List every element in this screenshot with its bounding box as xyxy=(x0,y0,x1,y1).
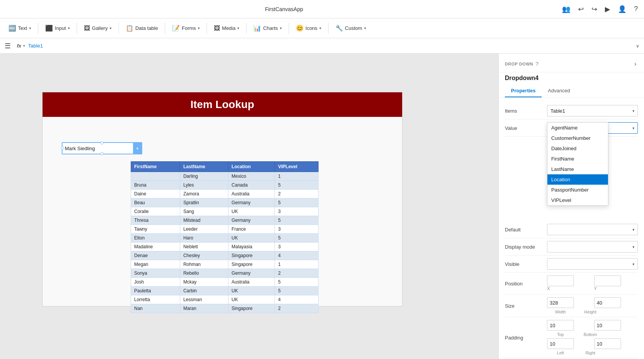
table-cell: Beau xyxy=(131,198,180,207)
fx-caret: ▾ xyxy=(23,43,25,48)
table-cell: Germany xyxy=(228,198,275,207)
padding-left-input[interactable] xyxy=(547,338,574,349)
table-cell: Maran xyxy=(180,304,228,313)
size-height-label: Height xyxy=(577,310,604,314)
prop-row-visible: Visible ▾ xyxy=(505,256,638,273)
prop-row-position: Position X Y xyxy=(505,273,638,295)
app-title: FirstCanvasApp xyxy=(265,6,303,12)
table-header-row: FirstName LastName Location VIPLevel xyxy=(131,162,319,172)
dd-option-firstname[interactable]: FirstName xyxy=(547,154,608,164)
dropdown-control[interactable]: Mark Siedling ▾ xyxy=(62,142,142,154)
padding-right-label: Right xyxy=(577,351,604,355)
forms-icon: 📝 xyxy=(172,25,180,32)
padding-right-input[interactable] xyxy=(594,338,621,349)
toolbar-item-forms[interactable]: 📝 Forms ▾ xyxy=(168,22,204,34)
toolbar-label-forms: Forms xyxy=(182,25,196,31)
panel-help-icon[interactable]: ? xyxy=(536,61,539,67)
value-dropdown-chevron: ▾ xyxy=(632,126,634,130)
table-cell: Mexico xyxy=(228,172,275,181)
position-y-wrap: Y xyxy=(594,275,638,292)
padding-top-input[interactable] xyxy=(547,320,574,331)
table-row: DenaeChesleySingapore4 xyxy=(131,251,319,260)
table-row: CoralieSangUK3 xyxy=(131,207,319,216)
table-cell: Darling xyxy=(180,172,228,181)
toolbar-item-custom[interactable]: 🔧 Custom ▾ xyxy=(332,22,370,34)
table-cell: UK xyxy=(228,207,275,216)
displaymode-dropdown[interactable]: ▾ xyxy=(547,241,638,252)
table-row: ThresaMilsteadGermany5 xyxy=(131,216,319,225)
panel-title-row: DROP DOWN ? xyxy=(505,61,539,67)
table-cell: Thresa xyxy=(131,216,180,225)
help-icon[interactable]: ? xyxy=(634,5,638,13)
size-width-input[interactable] xyxy=(547,297,574,308)
dd-handle-top[interactable] xyxy=(100,141,104,144)
dd-handle-left[interactable] xyxy=(61,147,64,150)
datatable-icon: 📋 xyxy=(126,25,133,32)
table-row: PaulettaCarbinUK5 xyxy=(131,287,319,295)
undo-icon[interactable]: ↩ xyxy=(578,5,584,13)
dd-handle-bottom[interactable] xyxy=(100,152,104,155)
table-cell: Leeder xyxy=(180,225,228,234)
position-y-input[interactable] xyxy=(594,275,621,286)
panel-expand-btn[interactable]: › xyxy=(633,59,638,69)
panel-component-name: Dropdown4 xyxy=(499,72,644,82)
size-height-input[interactable] xyxy=(594,297,621,308)
dd-option-datejoined[interactable]: DateJoined xyxy=(547,143,608,154)
toolbar-arrow-media: ▾ xyxy=(237,26,239,30)
toolbar-label-icons: Icons xyxy=(306,25,317,31)
dd-option-customernumber[interactable]: CustomerNumber xyxy=(547,133,608,143)
default-dropdown[interactable]: ▾ xyxy=(547,224,638,235)
formula-value[interactable]: Table1 xyxy=(28,43,633,49)
toolbar-divider-8 xyxy=(328,23,329,34)
table-cell: 1 xyxy=(275,260,319,269)
table-cell: Sonya xyxy=(131,269,180,278)
visible-dropdown[interactable]: ▾ xyxy=(547,258,638,270)
value-dropdown-list: AgentName CustomerNumber DateJoined Firs… xyxy=(547,122,608,206)
toolbar-item-icons[interactable]: 😊 Icons ▾ xyxy=(292,22,325,34)
dd-option-location[interactable]: Location xyxy=(547,174,608,185)
toolbar-item-charts[interactable]: 📊 Charts ▾ xyxy=(250,22,285,34)
toolbar-divider-6 xyxy=(246,23,246,34)
position-x-input[interactable] xyxy=(547,275,574,286)
toolbar-item-input[interactable]: ⬛ Input ▾ xyxy=(41,22,74,34)
prop-row-default: Default ▾ xyxy=(505,221,638,238)
table-cell: Denae xyxy=(131,251,180,260)
table-body: DarlingMexico1BrunaLylesCanada5DaineZamo… xyxy=(131,172,319,313)
toolbar-item-datatable[interactable]: 📋 Data table xyxy=(122,22,162,34)
dropdown-arrow-btn[interactable]: ▾ xyxy=(133,143,141,154)
table-cell: Madaline xyxy=(131,243,180,251)
user-icon[interactable]: 👤 xyxy=(618,5,626,13)
table-cell: Tawny xyxy=(131,225,180,234)
prop-value-items: Table1 ▾ xyxy=(547,105,638,116)
items-dropdown[interactable]: Table1 ▾ xyxy=(547,105,638,116)
formula-expand-icon[interactable]: ∨ xyxy=(636,43,639,49)
dd-option-lastname[interactable]: LastName xyxy=(547,164,608,174)
table-cell: Coralie xyxy=(131,207,180,216)
col-location: Location xyxy=(228,162,275,172)
padding-bottom-input[interactable] xyxy=(594,320,621,331)
toolbar-label-datatable: Data table xyxy=(135,25,158,31)
table-cell: 5 xyxy=(275,198,319,207)
dd-option-passportnumber[interactable]: PassportNumber xyxy=(547,185,608,195)
toolbar-arrow-forms: ▾ xyxy=(198,26,200,30)
toolbar-item-media[interactable]: 🖼 Media ▾ xyxy=(210,23,243,34)
redo-icon[interactable]: ↪ xyxy=(591,5,597,13)
visible-dropdown-chevron: ▾ xyxy=(632,262,634,266)
dd-option-agentname[interactable]: AgentName xyxy=(547,123,608,133)
table-cell: Germany xyxy=(228,216,275,225)
toolbar-label-charts: Charts xyxy=(263,25,278,31)
table-cell: Neblett xyxy=(180,243,228,251)
tab-properties[interactable]: Properties xyxy=(505,85,542,97)
prop-value-value: AgentName ▾ AgentName CustomerNumber Dat… xyxy=(547,122,638,134)
prop-label-size: Size xyxy=(505,303,547,309)
toolbar-item-gallery[interactable]: 🖼 Gallery ▾ xyxy=(80,23,115,34)
play-icon[interactable]: ▶ xyxy=(605,5,610,13)
dd-option-viplevel[interactable]: VIPLevel xyxy=(547,195,608,205)
hamburger-icon[interactable]: ☰ xyxy=(5,42,11,50)
table-cell: Chesley xyxy=(180,251,228,260)
toolbar-label-text: Text xyxy=(18,25,27,31)
persons-icon[interactable]: 👥 xyxy=(562,5,570,13)
tab-advanced[interactable]: Advanced xyxy=(542,85,576,97)
toolbar-item-text[interactable]: 🔤 Text ▾ xyxy=(5,22,35,34)
panel-content: Items Table1 ▾ Value AgentName ▾ xyxy=(499,98,644,359)
